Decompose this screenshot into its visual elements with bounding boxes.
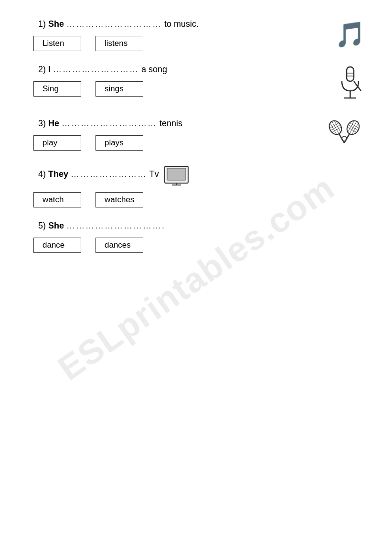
microphone-icon xyxy=(337,65,363,103)
q4-option-2: watches xyxy=(95,192,143,207)
q4-dots: …………………… xyxy=(71,169,147,179)
q1-option-2: listens xyxy=(95,36,143,51)
q4-options: watch watches xyxy=(29,192,363,207)
q3-subject: He xyxy=(48,119,59,128)
q5-number: 5) xyxy=(38,221,48,230)
music-note-icon: 🎵 xyxy=(335,19,363,48)
question-2-line: 2) I ……………………… a song xyxy=(29,65,328,75)
q4-option-1: watch xyxy=(33,192,81,207)
q3-option-1: play xyxy=(33,135,81,151)
svg-rect-25 xyxy=(167,168,186,180)
q5-options: dance dances xyxy=(29,238,363,253)
content-area: 1) She ………………………… to music. Listen liste… xyxy=(29,19,363,253)
question-1-line: 1) She ………………………… to music. xyxy=(29,19,325,29)
q1-rest: to music. xyxy=(162,19,199,29)
question-block-3: 3) He ………………………… tennis play plays xyxy=(29,119,363,151)
q3-icon-area xyxy=(325,119,363,150)
q1-number: 1) xyxy=(38,19,48,29)
tv-icon-inline xyxy=(163,164,190,185)
q4-rest: Tv xyxy=(147,169,161,179)
q2-option-2: sings xyxy=(95,81,143,97)
q5-subject: She xyxy=(48,221,64,230)
svg-line-19 xyxy=(348,120,355,132)
q2-option-1: Sing xyxy=(33,81,81,97)
q2-icon-area xyxy=(337,65,363,105)
q5-option-2: dances xyxy=(95,238,143,253)
q4-subject: They xyxy=(48,169,68,179)
question-5-line: 5) She …………………………. xyxy=(29,221,363,231)
q5-option-1: dance xyxy=(33,238,81,253)
question-4-line: 4) They …………………… Tv xyxy=(29,164,363,185)
question-block-5: 5) She …………………………. dance dances xyxy=(29,221,363,253)
q1-options: Listen listens xyxy=(29,36,325,51)
tennis-rackets-icon xyxy=(325,119,363,147)
worksheet-page: ESLprintables.com 1) She ………………………… to m… xyxy=(0,0,392,555)
q2-number: 2) xyxy=(38,65,48,74)
q2-rest: a song xyxy=(139,65,167,74)
svg-line-13 xyxy=(334,120,341,132)
svg-rect-1 xyxy=(347,67,354,81)
q2-options: Sing sings xyxy=(29,81,328,97)
q1-dots: ………………………… xyxy=(66,19,162,29)
q3-dots: ………………………… xyxy=(62,119,157,128)
q1-subject: She xyxy=(48,19,64,29)
q2-subject: I xyxy=(48,65,51,74)
q3-option-2: plays xyxy=(95,135,143,151)
svg-point-23 xyxy=(342,136,347,141)
q1-icon-area: 🎵 xyxy=(335,19,363,50)
question-block-4: 4) They …………………… Tv watch watches xyxy=(29,164,363,207)
question-block-1: 1) She ………………………… to music. Listen liste… xyxy=(29,19,363,51)
q1-option-1: Listen xyxy=(33,36,81,51)
q3-rest: tennis xyxy=(157,119,182,128)
q5-dots: …………………………. xyxy=(66,221,165,230)
svg-text:🎵: 🎵 xyxy=(335,20,363,48)
question-block-2: 2) I ……………………… a song Sing sings xyxy=(29,65,363,105)
question-3-line: 3) He ………………………… tennis xyxy=(29,119,316,129)
q2-dots: ……………………… xyxy=(53,65,139,74)
q4-number: 4) xyxy=(38,169,48,179)
q3-options: play plays xyxy=(29,135,316,151)
q3-number: 3) xyxy=(38,119,48,128)
